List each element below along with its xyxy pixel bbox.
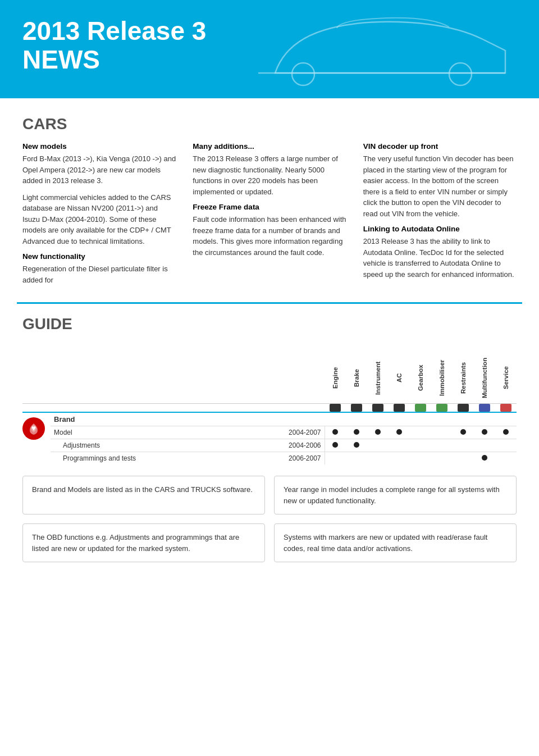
cars-col1: New models Ford B-Max (2013 ->), Kia Ven… <box>22 142 176 291</box>
guide-header-row: Engine Brake Instrument AC Gearbox Immob… <box>22 356 517 404</box>
multifunction-color <box>474 404 495 413</box>
restraints-label: Restraints <box>460 356 467 400</box>
restraints-color <box>453 404 474 413</box>
guide-table: Engine Brake Instrument AC Gearbox Immob… <box>22 356 517 464</box>
cars-col2: Many additions... The 2013 Release 3 off… <box>193 142 346 291</box>
col1-para3: Regeneration of the Diesel particulate f… <box>22 263 176 285</box>
svg-text:♥: ♥ <box>31 423 36 432</box>
service-color <box>495 404 517 413</box>
prog-ac <box>389 452 410 465</box>
col3-para2: 2013 Release 3 has the ability to link t… <box>363 236 517 280</box>
model-immobiliser <box>431 426 453 439</box>
cars-section: CARS New models Ford B-Max (2013 ->), Ki… <box>0 98 539 302</box>
year-header <box>278 356 325 404</box>
color-row-spacer <box>22 404 325 413</box>
adj-immobiliser <box>431 439 453 452</box>
adj-multifunction <box>474 439 495 452</box>
model-ac <box>389 426 410 439</box>
programmings-year: 2006-2007 <box>278 452 325 465</box>
col1-para1: Ford B-Max (2013 ->), Kia Venga (2010 ->… <box>22 153 176 186</box>
brand-icon-header <box>22 356 51 404</box>
brake-label: Brake <box>353 356 360 400</box>
info-box-3-text: The OBD functions e.g. Adjustments and p… <box>32 533 239 553</box>
col-brake-header: Brake <box>346 356 367 404</box>
instrument-color <box>367 404 389 413</box>
adj-service <box>495 439 517 452</box>
page-header: 2013 Release 3 NEWS <box>0 0 539 98</box>
info-box-2-text: Year range in model includes a complete … <box>284 485 500 505</box>
adjustments-row: Adjustments 2004-2006 <box>22 439 517 452</box>
col-restraints-header: Restraints <box>453 356 474 404</box>
multifunction-label: Multifunction <box>481 356 488 400</box>
col2-para2: Fault code information has been enhanced… <box>193 214 346 258</box>
col3-heading1: VIN decoder up front <box>363 142 517 151</box>
guide-full: Engine Brake Instrument AC Gearbox Immob… <box>0 356 539 464</box>
info-box-4-text: Systems with markers are new or updated … <box>284 533 487 553</box>
adj-instrument <box>367 439 389 452</box>
cars-title: CARS <box>22 115 517 133</box>
col-engine-header: Engine <box>325 356 346 404</box>
brand-label: Brand <box>51 412 325 426</box>
col-gearbox-header: Gearbox <box>410 356 431 404</box>
info-box-3: The OBD functions e.g. Adjustments and p… <box>22 523 265 562</box>
prog-brake <box>346 452 367 465</box>
immobiliser-label: Immobiliser <box>438 356 445 400</box>
engine-color <box>325 404 346 413</box>
color-square-row <box>22 404 517 413</box>
col2-para1: The 2013 Release 3 offers a large number… <box>193 153 346 197</box>
brand-row: ♥ Brand <box>22 412 517 426</box>
info-box-1: Brand and Models are listed as in the CA… <box>22 476 265 514</box>
prog-service <box>495 452 517 465</box>
model-gearbox <box>410 426 431 439</box>
col-immobiliser-header: Immobiliser <box>431 356 453 404</box>
adjustments-year: 2004-2006 <box>278 439 325 452</box>
info-boxes: Brand and Models are listed as in the CA… <box>0 476 539 562</box>
info-box-2: Year range in model includes a complete … <box>274 476 517 514</box>
col-ac-header: AC <box>389 356 410 404</box>
prog-immobiliser <box>431 452 453 465</box>
ac-label: AC <box>396 356 403 400</box>
brand-icon-cell: ♥ <box>22 412 51 464</box>
model-year: 2004-2007 <box>278 426 325 439</box>
col3-para1: The very useful function Vin decoder has… <box>363 153 517 219</box>
adjustments-label: Adjustments <box>51 439 278 452</box>
model-engine <box>325 426 346 439</box>
header-title: 2013 Release 3 NEWS <box>22 17 517 74</box>
model-service <box>495 426 517 439</box>
prog-multifunction <box>474 452 495 465</box>
brand-icon: ♥ <box>22 417 45 440</box>
col2-heading1: Many additions... <box>193 142 346 151</box>
instrument-label: Instrument <box>374 356 381 400</box>
service-label: Service <box>503 356 509 400</box>
col2-heading2: Freeze Frame data <box>193 203 346 211</box>
brake-color <box>346 404 367 413</box>
label-header <box>51 356 278 404</box>
adj-brake <box>346 439 367 452</box>
col-multifunction-header: Multifunction <box>474 356 495 404</box>
col3-heading2: Linking to Autodata Online <box>363 225 517 233</box>
adj-gearbox <box>410 439 431 452</box>
cars-grid: New models Ford B-Max (2013 ->), Kia Ven… <box>22 142 517 291</box>
model-row: Model 2004-2007 <box>22 426 517 439</box>
model-brake <box>346 426 367 439</box>
gearbox-label: Gearbox <box>417 356 424 400</box>
prog-restraints <box>453 452 474 465</box>
col1-heading1: New models <box>22 142 176 151</box>
model-multifunction <box>474 426 495 439</box>
model-label: Model <box>51 426 278 439</box>
adj-engine <box>325 439 346 452</box>
immobiliser-color <box>431 404 453 413</box>
ac-color <box>389 404 410 413</box>
info-box-1-text: Brand and Models are listed as in the CA… <box>32 485 253 494</box>
cars-col3: VIN decoder up front The very useful fun… <box>363 142 517 291</box>
prog-engine <box>325 452 346 465</box>
guide-title: GUIDE <box>22 315 517 333</box>
adj-ac <box>389 439 410 452</box>
adj-restraints <box>453 439 474 452</box>
guide-section: GUIDE <box>0 304 539 350</box>
gearbox-color <box>410 404 431 413</box>
col-instrument-header: Instrument <box>367 356 389 404</box>
model-restraints <box>453 426 474 439</box>
engine-label: Engine <box>332 356 339 400</box>
prog-gearbox <box>410 452 431 465</box>
